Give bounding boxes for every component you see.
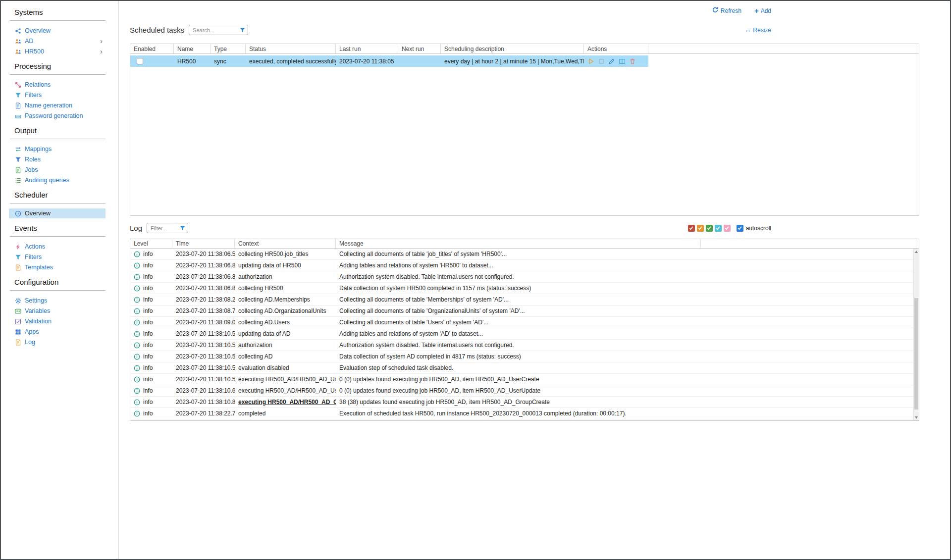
log-row[interactable]: info2023-07-20 11:38:08.729collecting AD… — [130, 305, 919, 317]
sidebar-item-processing-relations[interactable]: Relations — [9, 80, 106, 90]
sidebar-item-systems-overview[interactable]: Overview — [9, 26, 106, 36]
sidebar-item-processing-filters[interactable]: Filters — [9, 90, 106, 100]
log-message-cell: 0 (0) updates found executing job HR500_… — [336, 385, 701, 396]
log-level-filter-orange-checkbox[interactable] — [697, 225, 704, 232]
log-level-cell: info — [130, 408, 172, 419]
sidebar-item-output-mappings[interactable]: Mappings — [9, 144, 106, 154]
task-scheduling-description: every day | at hour 2 | at minute 15 | M… — [441, 55, 584, 67]
log-row[interactable]: info2023-07-20 11:38:22.790completedExec… — [130, 408, 919, 419]
refresh-label: Refresh — [721, 7, 741, 14]
log-row[interactable]: info2023-07-20 11:38:06.832updating data… — [130, 260, 919, 271]
log-row[interactable]: info2023-07-20 11:38:08.291collecting AD… — [130, 294, 919, 305]
log-row-filler — [701, 408, 919, 419]
sidebar-section-title-scheduler: Scheduler — [14, 191, 106, 199]
scrollbar-up-button[interactable] — [914, 249, 919, 255]
log-row[interactable]: info2023-07-20 11:38:06.871collecting HR… — [130, 283, 919, 294]
log-message-cell: Data collection of system HR500 complete… — [336, 283, 701, 294]
log-context-cell: collecting AD.Memberships — [235, 294, 336, 305]
sidebar-item-processing-name-generation[interactable]: Name generation — [9, 101, 106, 110]
plus-icon: + — [754, 8, 759, 13]
log-row[interactable]: info2023-07-20 11:38:10.696executing HR5… — [130, 385, 919, 397]
relations-icon — [14, 81, 21, 88]
delete-task-button[interactable] — [629, 58, 636, 65]
sidebar-item-scheduler-overview[interactable]: Overview — [9, 208, 106, 218]
sidebar-item-output-auditing-queries[interactable]: Auditing queries — [9, 175, 106, 185]
info-icon — [134, 342, 140, 349]
log-filter-input[interactable] — [147, 225, 177, 231]
log-context-cell: executing HR500_AD/HR500_AD_UserUp... — [235, 385, 336, 396]
log-filter-combobox — [147, 223, 188, 233]
sidebar-item-label: Apps — [25, 328, 39, 335]
log-level-filter-cyan-checkbox[interactable] — [715, 225, 722, 232]
log-title: Log — [130, 224, 142, 232]
sidebar-item-output-jobs[interactable]: Jobs — [9, 165, 106, 175]
sidebar-item-processing-password-generation[interactable]: Password generation — [9, 111, 106, 121]
log-filter-dropdown-icon[interactable] — [177, 223, 188, 233]
log-level-label: info — [143, 387, 153, 394]
sidebar-item-configuration-apps[interactable]: Apps — [9, 327, 106, 337]
info-icon — [134, 262, 140, 269]
log-table-body: info2023-07-20 11:38:06.540collecting HR… — [130, 249, 919, 419]
log-row[interactable]: info2023-07-20 11:38:06.540collecting HR… — [130, 249, 919, 260]
log-level-filter-red-checkbox[interactable] — [688, 225, 695, 232]
sidebar-item-events-actions[interactable]: Actions — [9, 242, 106, 252]
log-row[interactable]: info2023-07-20 11:38:10.537collecting AD… — [130, 351, 919, 362]
tasks-column-header-enabled: Enabled — [130, 44, 174, 53]
sidebar-item-events-filters[interactable]: Filters — [9, 252, 106, 262]
tasks-search-input[interactable] — [189, 27, 237, 33]
autoscroll-checkbox[interactable] — [737, 225, 743, 232]
log-column-header-level: Level — [130, 239, 172, 248]
edit-task-button[interactable] — [608, 58, 615, 65]
log-row[interactable]: info2023-07-20 11:38:10.541evaluation di… — [130, 362, 919, 374]
log-row[interactable]: info2023-07-20 11:38:09.029collecting AD… — [130, 317, 919, 328]
log-level-filter-green-checkbox[interactable] — [706, 225, 713, 232]
sidebar-item-label: Settings — [25, 297, 47, 304]
log-row[interactable]: info2023-07-20 11:38:10.530updating data… — [130, 328, 919, 340]
tasks-search-filter-dropdown-icon[interactable] — [237, 25, 248, 35]
log-time-cell: 2023-07-20 11:38:10.530 — [172, 328, 235, 339]
sidebar-item-events-templates[interactable]: Templates — [9, 262, 106, 272]
main-content: Refresh + Add Scheduled tasks ↔ Resize E… — [118, 1, 950, 559]
sidebar-item-label: Actions — [25, 243, 45, 250]
sidebar-item-systems-ad[interactable]: AD› — [9, 36, 106, 46]
section-divider — [10, 20, 106, 21]
filter-icon — [14, 254, 21, 260]
scrollbar-down-button[interactable] — [914, 414, 919, 420]
autoscroll-toggle[interactable]: autoscroll — [737, 225, 771, 232]
sidebar-item-output-roles[interactable]: Roles — [9, 154, 106, 164]
log-level-filter-pink-checkbox[interactable] — [724, 225, 731, 232]
run-task-button[interactable] — [587, 58, 594, 65]
log-message-cell: Data collection of system AD completed i… — [336, 351, 701, 362]
resize-button[interactable]: ↔ Resize — [744, 27, 771, 34]
scrollbar-thumb[interactable] — [914, 298, 918, 409]
log-time-cell: 2023-07-20 11:38:08.291 — [172, 294, 235, 305]
log-row[interactable]: info2023-07-20 11:38:10.814executing HR5… — [130, 397, 919, 408]
sidebar-item-systems-hr500[interactable]: HR500› — [9, 47, 106, 56]
sidebar-item-configuration-validation[interactable]: Validation — [9, 316, 106, 326]
system-icon — [14, 38, 21, 45]
log-row[interactable]: info2023-07-20 11:38:10.536authorization… — [130, 340, 919, 351]
refresh-button[interactable]: Refresh — [712, 6, 741, 15]
log-time-cell: 2023-07-20 11:38:10.593 — [172, 374, 235, 385]
log-level-cell: info — [130, 305, 172, 316]
sidebar-item-configuration-settings[interactable]: Settings — [9, 296, 106, 305]
add-button[interactable]: + Add — [754, 7, 771, 14]
log-message-cell: Collecting all documents of table 'Membe… — [336, 294, 701, 305]
task-enabled-checkbox[interactable] — [137, 58, 143, 64]
info-icon — [134, 251, 140, 257]
name-generation-icon — [14, 102, 21, 109]
task-row[interactable]: HR500syncexecuted, completed successfull… — [130, 55, 919, 67]
log-scrollbar[interactable] — [913, 249, 919, 420]
log-context-link[interactable]: executing HR500_AD/HR500_AD_Gro... — [235, 397, 336, 407]
log-row[interactable]: info2023-07-20 11:38:10.593executing HR5… — [130, 374, 919, 385]
resize-icon: ↔ — [744, 28, 751, 33]
sidebar-item-configuration-log[interactable]: Log — [9, 337, 106, 347]
log-column-header-filler — [701, 239, 919, 248]
log-time-cell: 2023-07-20 11:38:10.696 — [172, 385, 235, 396]
task-details-button[interactable] — [619, 58, 626, 65]
sidebar-item-configuration-variables[interactable]: Variables — [9, 306, 106, 316]
log-row[interactable]: info2023-07-20 11:38:06.870authorization… — [130, 271, 919, 283]
log-row-filler — [701, 351, 919, 362]
sidebar-item-label: Name generation — [25, 102, 72, 109]
stop-task-button[interactable] — [598, 58, 605, 65]
